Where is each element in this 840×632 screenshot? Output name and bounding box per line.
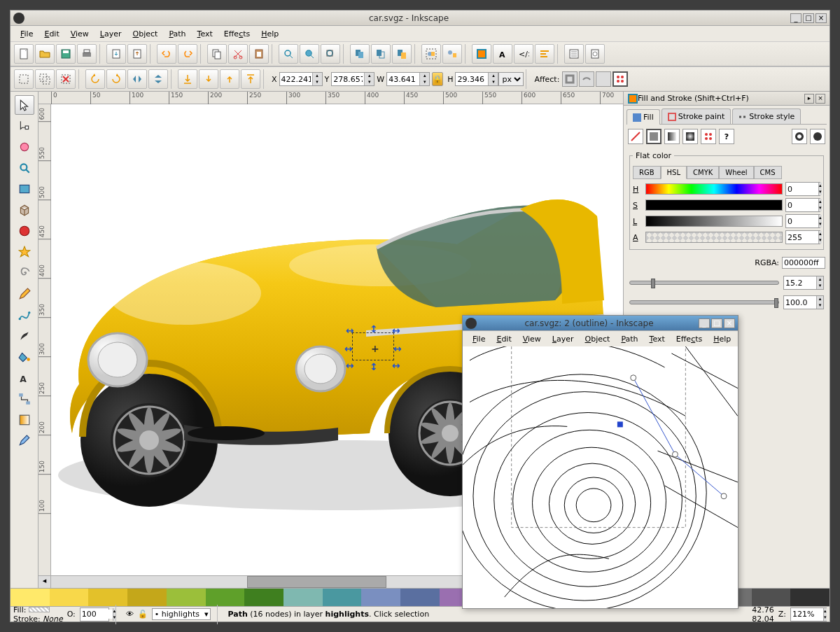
fill-indicator[interactable] bbox=[29, 607, 50, 612]
menu-edit[interactable]: Edit bbox=[38, 27, 64, 41]
text-tool[interactable]: A bbox=[15, 368, 34, 388]
bucket-tool[interactable] bbox=[15, 347, 34, 367]
copy-button[interactable] bbox=[207, 44, 227, 64]
outline-menu-edit[interactable]: Edit bbox=[491, 332, 517, 346]
x-input[interactable]: ▴▾ bbox=[279, 72, 323, 86]
hsl-tab[interactable]: HSL bbox=[661, 166, 687, 179]
blur-input[interactable]: ▴▾ bbox=[783, 276, 824, 290]
bezier-tool[interactable] bbox=[15, 305, 34, 325]
outline-menu-file[interactable]: File bbox=[467, 332, 491, 346]
outline-minimize-button[interactable]: _ bbox=[699, 318, 710, 328]
selection-box[interactable]: ↔ ↕ ↔ ↔ + ↔ ↔ ↕ ↔ bbox=[352, 332, 394, 360]
ellipse-tool[interactable] bbox=[15, 221, 34, 241]
evenodd-button[interactable] bbox=[792, 129, 807, 144]
text-props-button[interactable]: A bbox=[493, 44, 512, 64]
spiral-tool[interactable] bbox=[15, 263, 34, 283]
alpha-slider[interactable] bbox=[645, 232, 783, 243]
outline-menu-view[interactable]: View bbox=[517, 332, 547, 346]
hue-slider[interactable] bbox=[645, 183, 783, 195]
menu-effects[interactable]: Effects bbox=[218, 27, 255, 41]
xml-editor-button[interactable]: </> bbox=[514, 44, 533, 64]
stroke-indicator[interactable]: None bbox=[43, 615, 63, 624]
blur-slider[interactable] bbox=[629, 281, 779, 285]
outline-menu-help[interactable]: Help bbox=[708, 332, 736, 346]
palette-swatch[interactable] bbox=[323, 589, 362, 606]
palette-swatch[interactable] bbox=[10, 589, 50, 606]
panel-close-button[interactable]: × bbox=[816, 94, 825, 104]
outline-menu-effects[interactable]: Effects bbox=[671, 332, 708, 346]
w-input[interactable]: ▴▾ bbox=[386, 72, 430, 86]
doc-prefs-button[interactable] bbox=[585, 44, 605, 64]
duplicate-button[interactable] bbox=[350, 44, 370, 64]
deselect-button[interactable] bbox=[56, 69, 76, 89]
flip-v-button[interactable] bbox=[148, 69, 168, 89]
cut-button[interactable] bbox=[228, 44, 248, 64]
menu-text[interactable]: Text bbox=[192, 27, 218, 41]
unit-select[interactable]: px bbox=[498, 72, 524, 86]
layer-select[interactable]: • highlights ▾ bbox=[152, 608, 211, 620]
group-button[interactable] bbox=[421, 44, 441, 64]
flat-color-button[interactable] bbox=[646, 129, 662, 144]
rgba-input[interactable] bbox=[782, 257, 825, 269]
outline-menu-object[interactable]: Object bbox=[580, 332, 616, 346]
panel-min-button[interactable]: ▸ bbox=[804, 94, 814, 104]
3dbox-tool[interactable] bbox=[15, 200, 34, 220]
affect-gradient-button[interactable] bbox=[596, 71, 611, 87]
palette-swatch[interactable] bbox=[206, 589, 245, 606]
align-button[interactable] bbox=[535, 44, 554, 64]
affect-pattern-button[interactable] bbox=[612, 71, 628, 87]
selector-tool[interactable] bbox=[15, 95, 34, 115]
rotate-cw-button[interactable] bbox=[106, 69, 126, 89]
palette-swatch[interactable] bbox=[752, 589, 791, 606]
palette-swatch[interactable] bbox=[361, 589, 400, 606]
zoom-tool[interactable] bbox=[15, 158, 34, 178]
menu-layer[interactable]: Layer bbox=[94, 27, 127, 41]
palette-swatch[interactable] bbox=[88, 589, 127, 606]
affect-corners-button[interactable] bbox=[579, 71, 594, 87]
print-button[interactable] bbox=[77, 44, 97, 64]
ungroup-button[interactable] bbox=[442, 44, 462, 64]
opacity-input[interactable]: ▴▾ bbox=[783, 295, 824, 309]
zoom-fit-button[interactable] bbox=[279, 44, 298, 64]
master-opacity-input[interactable]: ▴▾ bbox=[80, 608, 109, 622]
no-paint-button[interactable] bbox=[628, 129, 643, 144]
outline-menu-layer[interactable]: Layer bbox=[547, 332, 580, 346]
light-slider[interactable] bbox=[645, 216, 783, 227]
lock-icon[interactable]: 🔒 bbox=[432, 72, 443, 86]
menu-object[interactable]: Object bbox=[127, 27, 164, 41]
tab-stroke-style[interactable]: Stroke style bbox=[732, 108, 801, 124]
layer-lock-icon[interactable]: 🔓 bbox=[138, 610, 148, 619]
unlink-clone-button[interactable] bbox=[392, 44, 412, 64]
new-button[interactable] bbox=[14, 44, 34, 64]
select-all-button[interactable] bbox=[14, 69, 34, 89]
menu-file[interactable]: File bbox=[15, 27, 38, 41]
outline-close-button[interactable]: × bbox=[724, 318, 735, 328]
rgb-tab[interactable]: RGB bbox=[633, 166, 661, 179]
palette-swatch[interactable] bbox=[790, 589, 830, 606]
h-input[interactable]: ▴▾ bbox=[455, 72, 498, 86]
palette-swatch[interactable] bbox=[127, 589, 167, 606]
gradient-tool[interactable] bbox=[15, 410, 34, 430]
outline-maximize-button[interactable]: □ bbox=[711, 318, 722, 328]
palette-swatch[interactable] bbox=[50, 589, 89, 606]
cmyk-tab[interactable]: CMYK bbox=[687, 166, 719, 179]
menu-path[interactable]: Path bbox=[163, 27, 191, 41]
calligraphy-tool[interactable] bbox=[15, 326, 34, 346]
light-input[interactable]: ▴▾ bbox=[785, 214, 820, 228]
rotate-ccw-button[interactable] bbox=[85, 69, 105, 89]
radial-grad-button[interactable] bbox=[682, 129, 698, 144]
node-tool[interactable] bbox=[15, 116, 34, 136]
affect-stroke-button[interactable] bbox=[562, 71, 578, 87]
pencil-tool[interactable] bbox=[15, 284, 34, 304]
raise-button[interactable] bbox=[220, 69, 239, 89]
minimize-button[interactable]: _ bbox=[790, 13, 802, 23]
unknown-paint-button[interactable]: ? bbox=[719, 129, 734, 144]
tab-stroke-paint[interactable]: Stroke paint bbox=[662, 108, 732, 124]
connector-tool[interactable] bbox=[15, 389, 34, 409]
export-button[interactable] bbox=[127, 44, 147, 64]
close-button[interactable]: × bbox=[816, 13, 827, 23]
y-input[interactable]: ▴▾ bbox=[331, 72, 374, 86]
wheel-tab[interactable]: Wheel bbox=[719, 166, 753, 179]
outline-menu-text[interactable]: Text bbox=[644, 332, 671, 346]
lower-bottom-button[interactable] bbox=[178, 69, 197, 89]
